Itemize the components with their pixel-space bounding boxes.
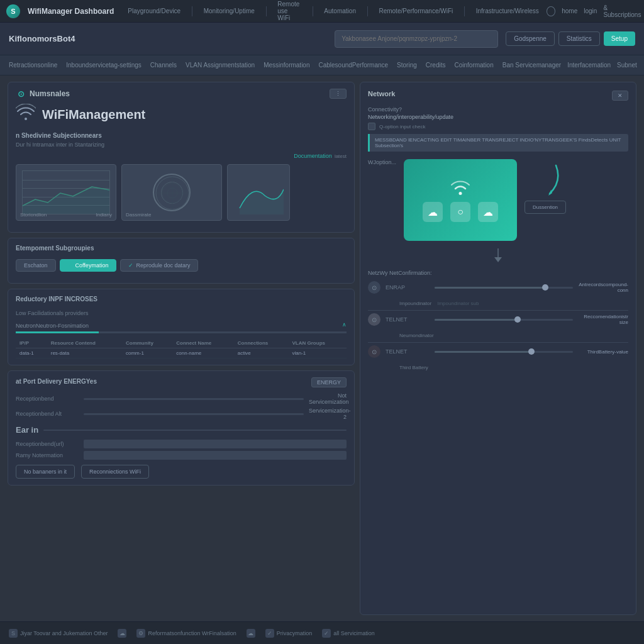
- nav-link-6[interactable]: Infrastructure/Wireless: [476, 8, 539, 14]
- thumb-sublabel-0: Indiany: [96, 212, 112, 218]
- arc-icon: [525, 159, 562, 197]
- second-nav-right-0[interactable]: Ban Servicemanager: [502, 62, 561, 69]
- card2-title: Etempoment Subgroupies: [16, 245, 94, 252]
- col-4: Connections: [234, 338, 289, 348]
- slider-sublabel-1: Neumondinator: [368, 331, 628, 338]
- slider-value-2: ThirdBattery-value: [578, 349, 628, 355]
- form-input-0[interactable]: [84, 440, 347, 448]
- form-input-1[interactable]: [84, 451, 347, 460]
- slider-icon-1: ⊙: [368, 313, 380, 326]
- main-content: ⊙ Numsnales ⋮ WiFiManagement: [0, 75, 644, 621]
- slider-thumb-0[interactable]: [542, 284, 548, 291]
- second-nav-right-2[interactable]: Subnet: [617, 62, 637, 69]
- wifi-title-large: WiFiManagement: [42, 108, 145, 122]
- tab-btn-0[interactable]: Eschaton: [16, 259, 56, 272]
- second-nav-item-0[interactable]: Retractionsonline: [9, 62, 57, 69]
- second-nav-item-5[interactable]: CablesoundPerformance: [318, 62, 388, 69]
- card4-energy-btn[interactable]: ENERGY: [311, 377, 347, 387]
- nav-login[interactable]: login: [584, 8, 597, 14]
- documentation-link[interactable]: Documentation: [294, 153, 332, 159]
- second-nav-item-1[interactable]: Inboundservicetag-settings: [66, 62, 142, 69]
- nav-link-3[interactable]: Remote use WiFi: [277, 1, 301, 21]
- tab-btn-1[interactable]: ✓Coffeymation: [60, 259, 117, 272]
- bottom-rows: Receptionbend Not Servicemization Recept…: [16, 392, 347, 420]
- slider-divider-0: [368, 310, 628, 311]
- col-5: VLAN Groups: [289, 338, 347, 348]
- reductory-card: Reductory INPF INCROSES Low Facilidation…: [8, 289, 355, 365]
- radar-thumb: [153, 174, 191, 211]
- slider-thumb-2[interactable]: [528, 348, 535, 355]
- second-nav-item-6[interactable]: Storing: [397, 62, 417, 69]
- rp-close-btn[interactable]: ✕: [612, 91, 628, 101]
- second-nav-item-8[interactable]: Coinformation: [454, 62, 493, 69]
- card1-actions: ⋮: [330, 89, 347, 99]
- table-action[interactable]: ∧: [342, 321, 347, 328]
- second-nav-item-4[interactable]: Messinformation: [264, 62, 309, 69]
- col-0: IP/P: [16, 338, 47, 348]
- btn-generate[interactable]: Godspenne: [506, 31, 555, 46]
- thumb-item-0[interactable]: Storiondlion Indiany: [16, 164, 116, 221]
- btn-dussention[interactable]: Dussention: [525, 201, 566, 214]
- wifi-header: WiFiManagement: [16, 104, 347, 126]
- numsnales-icon: ⊙: [16, 89, 26, 99]
- rp-connectivity-note: Networking/interoperability/update: [368, 114, 628, 120]
- nav-link-1[interactable]: Playground/Device: [128, 8, 180, 14]
- table-head: IP/P Resource Contend Community Connect …: [16, 338, 347, 348]
- slider-name-0: ENRAP: [386, 284, 430, 291]
- slider-track-2[interactable]: [435, 351, 573, 353]
- form-row-addl-1: Ramy Notermation: [16, 451, 347, 460]
- table-row[interactable]: data-1 res-data comm-1 conn-name active …: [16, 348, 347, 358]
- slider-group-2: ⊙ TELNET ThirdBattery-value Third Batter…: [368, 345, 628, 370]
- second-nav-item-7[interactable]: Credits: [426, 62, 446, 69]
- progress-tab-2: [181, 331, 264, 333]
- footer-icon-1: ☁: [118, 629, 126, 638]
- table-header-row: IP/P Resource Contend Community Connect …: [16, 338, 347, 348]
- thumb-label-0: Storiondlion: [20, 212, 47, 218]
- footer-icon-2: ⚙: [136, 629, 145, 638]
- second-nav-right-1[interactable]: Interfacemation: [567, 62, 611, 69]
- slider-thumb-1[interactable]: [514, 316, 521, 323]
- table-body: data-1 res-data comm-1 conn-name active …: [16, 348, 347, 358]
- slider-row-0: ⊙ ENRAP Antrecordscompound-conn: [368, 281, 628, 294]
- card1-action-btn[interactable]: ⋮: [330, 89, 347, 99]
- row0-col0: data-1: [16, 348, 47, 358]
- btn-statistics[interactable]: Statistics: [558, 31, 600, 46]
- additional-info: Receptionbend(url) Ramy Notermation No b…: [16, 440, 347, 479]
- form-value-0: Not Servicemization: [309, 392, 347, 405]
- footer-item-3: ☁: [247, 629, 255, 638]
- wifi-management-card: ⊙ Numsnales ⋮ WiFiManagement: [8, 82, 355, 233]
- nav-link-2[interactable]: Monitoring/Uptime: [204, 8, 255, 14]
- rp-checkbox[interactable]: [368, 123, 375, 130]
- rp-header: Network ✕: [368, 90, 628, 101]
- data-table: IP/P Resource Contend Community Connect …: [16, 338, 347, 358]
- second-nav-item-3[interactable]: VLAN Assignmentstation: [186, 62, 255, 69]
- slider-icon-0: ⊙: [368, 281, 380, 294]
- tab-check-2: ✓: [128, 262, 133, 269]
- dev-icon-2: ☁: [478, 202, 498, 222]
- documentation-sub: latest: [335, 153, 347, 159]
- card3-sub: Low Facilidationals providers: [16, 310, 347, 316]
- thumb-label-1: Dassmirate: [126, 212, 151, 218]
- nav-link-5[interactable]: Remote/Performance/WiFi: [379, 8, 453, 14]
- thumb-item-2[interactable]: [227, 164, 290, 221]
- rp-connectivity-label: Connectivity?: [368, 106, 628, 113]
- slider-name-2: TELNET: [386, 348, 430, 355]
- progress-tabs: [16, 331, 347, 333]
- dev-icon-0: ☁: [423, 202, 443, 222]
- nav-home[interactable]: home: [562, 8, 577, 14]
- form-label-0: Receptionbend: [16, 396, 79, 402]
- nav-link-4[interactable]: Automation: [324, 8, 356, 14]
- sub-header-search[interactable]: [335, 30, 498, 48]
- btn-setup[interactable]: Setup: [604, 31, 635, 46]
- footer-item-5: ✓ all Servicimation: [322, 629, 375, 638]
- slider-track-1[interactable]: [435, 319, 573, 321]
- bottom-buttons: No bananers in it Reconniections WiFi: [16, 465, 347, 479]
- thumb-item-1[interactable]: Dassmirate: [121, 164, 222, 221]
- slider-track-0[interactable]: [435, 287, 573, 289]
- nav-subscriptions[interactable]: & Subscriptions: [603, 4, 642, 18]
- btn-reconnection[interactable]: Reconniections WiFi: [81, 465, 149, 479]
- btn-subjectus[interactable]: No bananers in it: [16, 465, 75, 479]
- abstract-chart: [233, 170, 284, 214]
- second-nav-item-2[interactable]: Channels: [150, 62, 177, 69]
- tab-btn-2[interactable]: ✓Reprodule doc datary: [120, 259, 198, 272]
